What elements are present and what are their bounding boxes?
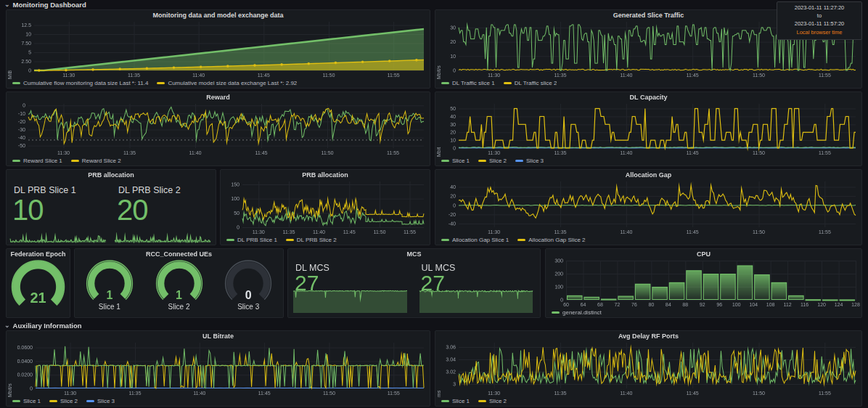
legend-item[interactable]: Slice 1: [441, 158, 470, 164]
legend-label: Slice 3: [97, 398, 115, 404]
section-header-monitoring[interactable]: ⌄ Monitoring Dashboard: [4, 1, 86, 9]
legend-swatch-icon: [504, 82, 512, 84]
y-axis-label: Mbit: [436, 102, 441, 157]
gauge-value: 0: [215, 289, 282, 302]
legend-swatch-icon: [552, 311, 560, 314]
legend-label: Allocation Gap Slice 1: [452, 237, 509, 243]
legend-swatch-icon: [286, 239, 294, 241]
legend-item[interactable]: Reward Slice 2: [71, 158, 121, 164]
legend-label: DL Traffic slice 2: [515, 80, 557, 86]
panel-title[interactable]: UL Bitrate: [7, 332, 430, 340]
panel-title[interactable]: PRB allocation: [7, 171, 216, 179]
legend-swatch-icon: [515, 160, 523, 162]
legend-item[interactable]: Slice 1: [12, 398, 41, 404]
legend-item[interactable]: Slice 1: [441, 398, 470, 404]
chart-cpu-histogram[interactable]: [547, 258, 860, 309]
legend-swatch-icon: [441, 239, 449, 241]
panel-title[interactable]: Allocation Gap: [435, 171, 861, 179]
legend-item[interactable]: DL PRB Slice 2: [286, 237, 337, 243]
legend-swatch-icon: [226, 239, 234, 241]
chart-avg-delay[interactable]: [437, 340, 860, 397]
stat-dl-mcs[interactable]: DL MCS 27: [288, 258, 414, 317]
legend-label: Slice 2: [60, 398, 78, 404]
stat-ul-mcs[interactable]: UL MCS 27: [414, 258, 541, 317]
legend-swatch-icon: [517, 239, 525, 241]
chart-monitoring-data[interactable]: [8, 20, 428, 79]
panel-title[interactable]: MCS: [288, 250, 540, 258]
legend-item[interactable]: Slice 2: [478, 398, 507, 404]
legend-item[interactable]: DL Traffic slice 1: [441, 80, 495, 86]
time-sep: to: [780, 12, 859, 20]
legend-item[interactable]: DL PRB Slice 1: [226, 237, 277, 243]
gauge-label: Slice 1: [99, 303, 120, 311]
legend-swatch-icon: [49, 400, 57, 402]
chart-prb-allocation[interactable]: [222, 179, 428, 236]
legend-item[interactable]: Slice 3: [86, 398, 115, 404]
gauge-value: 21: [7, 290, 69, 306]
gauge-label: Slice 2: [168, 303, 190, 311]
legend: DL PRB Slice 1DL PRB Slice 2: [226, 237, 337, 243]
panel-mcs: MCS DL MCS 27 UL MCS 27: [287, 248, 541, 318]
sparkline: [114, 232, 211, 243]
panel-title[interactable]: CPU: [546, 250, 861, 258]
time-from: 2023-01-11 11:27:20: [780, 4, 859, 12]
panel-dl-capacity: DL Capacity Mbit Slice 1Slice 2Slice 3: [435, 91, 862, 166]
gauge-slice-3[interactable]: 0 Slice 3: [213, 258, 283, 316]
legend-label: Slice 2: [489, 398, 507, 404]
gauge-slice-2[interactable]: 1 Slice 2: [144, 258, 214, 316]
legend: Slice 1Slice 2: [441, 398, 507, 404]
legend: Slice 1Slice 2Slice 3: [12, 398, 115, 404]
chart-allocation-gap[interactable]: [437, 179, 860, 236]
legend-item[interactable]: Allocation Gap Slice 2: [517, 237, 585, 243]
panel-title[interactable]: Avg Delay RF Ports: [435, 332, 861, 340]
legend-label: Reward Slice 2: [82, 158, 121, 164]
legend-item[interactable]: Cumulative model size data exchange Last…: [157, 80, 297, 86]
y-axis-label: Mbit/s: [7, 340, 12, 397]
time-range-picker[interactable]: 2023-01-11 11:27:20 to 2023-01-11 11:57:…: [777, 1, 862, 40]
legend-swatch-icon: [12, 400, 20, 402]
legend-label: DL PRB Slice 1: [237, 237, 277, 243]
legend-item[interactable]: Cumulative flow monitoring data size Las…: [12, 80, 148, 86]
legend-item[interactable]: general.distinct: [552, 309, 602, 316]
panel-title[interactable]: Federation Epoch: [7, 250, 70, 258]
gauge-slice-1[interactable]: 1 Slice 1: [75, 258, 144, 316]
panel-title[interactable]: Monitoring data and model exchange data: [7, 12, 430, 19]
legend-swatch-icon: [12, 82, 20, 84]
panel-federation-epoch: Federation Epoch 21: [6, 248, 70, 318]
panel-reward: Reward Reward Slice 1Reward Slice 2: [6, 91, 430, 166]
stat-dl-prb-slice-1[interactable]: DL PRB Slice 1 10: [7, 179, 111, 245]
legend-label: Reward Slice 1: [23, 158, 62, 164]
gauge-value: 1: [76, 289, 143, 302]
legend: general.distinct: [552, 309, 602, 316]
sparkline: [9, 232, 107, 243]
legend-item[interactable]: Allocation Gap Slice 1: [441, 237, 509, 243]
legend: Allocation Gap Slice 1Allocation Gap Sli…: [441, 237, 586, 243]
gauge-federation-epoch[interactable]: 21: [7, 258, 70, 316]
section-header-auxiliary[interactable]: ⌄ Auxiliary Information: [4, 322, 82, 330]
legend-item[interactable]: DL Traffic slice 2: [504, 80, 557, 86]
chart-dl-capacity[interactable]: [437, 102, 860, 157]
legend: DL Traffic slice 1DL Traffic slice 2: [441, 80, 557, 86]
stat-dl-prb-slice-2[interactable]: DL PRB Slice 2 20: [111, 179, 216, 245]
stat-value: 20: [117, 195, 148, 224]
panel-title[interactable]: Reward: [7, 94, 430, 101]
legend-swatch-icon: [441, 400, 449, 402]
stat-value: 10: [12, 195, 44, 224]
panel-cpu: CPU general.distinct: [545, 248, 862, 318]
legend-item[interactable]: Slice 2: [49, 398, 78, 404]
legend-label: DL PRB Slice 2: [297, 237, 337, 243]
panel-title[interactable]: DL Capacity: [435, 94, 861, 101]
panel-title[interactable]: PRB allocation: [221, 171, 430, 179]
legend-swatch-icon: [12, 160, 20, 162]
legend: Cumulative flow monitoring data size Las…: [12, 80, 297, 86]
section-title: Auxiliary Information: [13, 322, 82, 330]
panel-title[interactable]: RCC_Connected UEs: [75, 250, 283, 258]
chart-reward[interactable]: [8, 102, 428, 157]
legend-item[interactable]: Slice 2: [478, 158, 507, 164]
timezone-label: Local browser time: [780, 29, 859, 37]
legend-label: Slice 3: [526, 158, 544, 164]
legend-item[interactable]: Slice 3: [515, 158, 544, 164]
legend-item[interactable]: Reward Slice 1: [12, 158, 62, 164]
chart-ul-bitrate[interactable]: [8, 340, 428, 397]
legend-swatch-icon: [71, 160, 79, 162]
